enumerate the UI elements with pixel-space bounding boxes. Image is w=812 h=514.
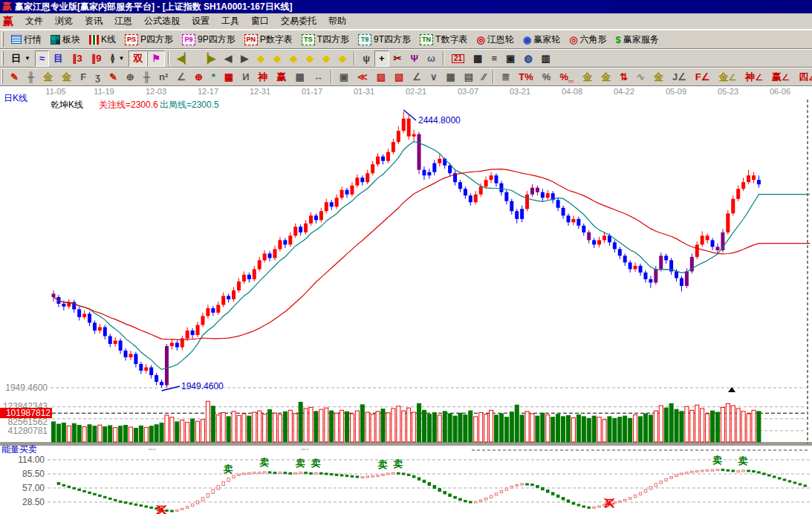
shen-tool[interactable]: 神 [254, 69, 273, 85]
grid-star-tool[interactable]: ▦ [220, 69, 238, 85]
gold-line-tool-2[interactable]: 金 [57, 69, 76, 85]
gold-angle2-tool[interactable]: 金∠ [714, 69, 741, 85]
compress-x-button[interactable]: ◆ [302, 51, 318, 67]
j-angle-tool[interactable]: J∠ [668, 69, 691, 85]
gann-wheel-button[interactable]: ◎江恩轮 [472, 31, 518, 48]
pen-tool[interactable]: ✎ [105, 69, 122, 85]
yi-tool[interactable]: И [238, 69, 253, 85]
pct-tool[interactable]: % [538, 69, 556, 85]
toolbar-grip[interactable] [1, 70, 3, 83]
four-angle-tool[interactable]: 四∠ [794, 69, 812, 85]
circle-cross-tool[interactable]: ⊕ [122, 69, 139, 85]
star-tool[interactable]: * [207, 69, 220, 85]
angle-ruler-tool[interactable]: ∠ [172, 69, 190, 85]
spiral-tool[interactable]: ʒ [91, 69, 105, 85]
sectors-button[interactable]: 板块 [46, 31, 85, 48]
winner-wheel-button[interactable]: ◉赢家轮 [519, 31, 565, 48]
brush-tool[interactable]: ✎ [6, 69, 23, 85]
f-angle-tool[interactable]: F∠ [691, 69, 715, 85]
t-table-button[interactable]: TNT数字表 [415, 31, 472, 48]
menu-item-资讯[interactable]: 资讯 [79, 14, 108, 27]
gold-line-tool-1[interactable]: 金 [39, 69, 57, 85]
expand-y-button[interactable]: ◆ [318, 51, 334, 67]
winner-service-button[interactable]: $赢家服务 [611, 31, 663, 48]
web-button[interactable]: ◍ [519, 51, 536, 67]
menu-item-公式选股[interactable]: 公式选股 [138, 14, 186, 27]
angle-fan-tool[interactable]: ∠ [408, 69, 426, 85]
toolbar-grip[interactable] [1, 32, 4, 46]
pane-label-daily-kline[interactable]: 日K线 [4, 92, 27, 105]
net-tool[interactable]: ▦ [441, 69, 459, 85]
slash-tool[interactable]: ⁄⁄ [478, 69, 490, 85]
expand-x-button[interactable]: ◆ [285, 51, 302, 67]
menu-item-窗口[interactable]: 窗口 [245, 14, 275, 27]
kline-button[interactable]: K线 [85, 31, 120, 48]
ying-tool[interactable]: 赢 [273, 69, 291, 85]
menu-item-江恩[interactable]: 江恩 [108, 14, 138, 27]
menu-item-文件[interactable]: 文件 [19, 14, 49, 27]
first-page-button[interactable]: ◀▏ [172, 51, 196, 67]
candle-style-dropdown[interactable]: ≬▼ [106, 51, 129, 67]
shift-right-button[interactable]: ◆ [269, 51, 285, 67]
net2-tool[interactable]: ▤ [460, 69, 478, 85]
hexagon-button[interactable]: ◎六角形 [565, 31, 611, 48]
crosshair-tool-button[interactable]: + [374, 51, 389, 67]
p-table-button[interactable]: PNP数字表 [240, 31, 297, 48]
next-button[interactable]: ▶ [236, 51, 253, 67]
t9-square-button[interactable]: T99T四方形 [354, 31, 415, 48]
box-tool[interactable]: ▣ [335, 69, 353, 85]
shift-left-button[interactable]: ◆ [253, 51, 269, 67]
gold-angle-tool[interactable]: 金 [649, 69, 668, 85]
kline-canvas[interactable]: 卖卖卖卖卖卖卖卖买买 [0, 86, 812, 514]
flag-button[interactable]: ⚑ [147, 51, 165, 67]
formula-brain-button[interactable]: ω [423, 51, 440, 67]
gold-circle-tool[interactable]: 金 [578, 69, 597, 85]
menu-item-交易委托[interactable]: 交易委托 [275, 14, 322, 27]
last-page-button[interactable]: ▕▶ [196, 51, 220, 67]
shen-angle-tool[interactable]: 神∠ [741, 69, 767, 85]
info-doc-button[interactable]: 目 [49, 51, 68, 67]
calendar-21-button[interactable]: 21 [447, 51, 469, 67]
target-tool[interactable]: ⊕ [190, 69, 207, 85]
gann-grid-tool[interactable]: ╫ [23, 69, 39, 85]
zigzag-icon-button[interactable]: ≈ [35, 51, 49, 67]
gann-tool-button[interactable]: Ψ [406, 51, 423, 67]
window-titlebar[interactable]: 赢 赢家江恩专业版[赢家内部服务平台] - [上证指数 SH1A0001-167… [0, 0, 812, 13]
p9-square-button[interactable]: P99P四方形 [178, 31, 240, 48]
period-dropdown[interactable]: 日▼ [7, 51, 35, 67]
notes-button[interactable]: ≡ [487, 51, 501, 67]
chart-area[interactable]: 11-0511-1912-0312-1712-3101-1701-3102-21… [0, 86, 812, 514]
ying-angle-tool[interactable]: 赢∠ [767, 69, 794, 85]
p-square-button[interactable]: PSP四方形 [120, 31, 178, 48]
f-line-tool[interactable]: F [76, 69, 91, 85]
toolbar-grip[interactable] [1, 51, 4, 65]
gold-lines-tool[interactable]: 金 [597, 69, 615, 85]
pct-line-tool[interactable]: %‗ [555, 69, 578, 85]
menu-item-工具[interactable]: 工具 [215, 14, 245, 27]
save-button[interactable]: ▣ [501, 51, 519, 67]
n2-tool[interactable]: n² [155, 69, 172, 85]
grid-pattern-tool[interactable]: ▧ [390, 69, 408, 85]
bars3-button[interactable]: ∥3 [68, 51, 87, 67]
t-pct-tool[interactable]: T% [514, 69, 538, 85]
quotes-button[interactable]: 行情 [7, 31, 46, 48]
fence-tool[interactable]: ▦ [291, 69, 309, 85]
cross-lines-tool[interactable]: ▨ [372, 69, 390, 85]
fan-lines-tool[interactable]: ≪ [353, 69, 372, 85]
cut-tool-button[interactable]: ✂ [389, 51, 406, 67]
twin-k-button[interactable]: 双 [129, 51, 147, 67]
width-tool[interactable]: ↔ [309, 69, 328, 85]
bars9-button[interactable]: ∥9 [87, 51, 106, 67]
wave-tool[interactable]: ∿ [632, 69, 649, 85]
pivot-tool[interactable]: ⇅ [615, 69, 632, 85]
compress-y-button[interactable]: ◆ [334, 51, 351, 67]
indicator-name-label[interactable]: 乾坤K线 [51, 99, 83, 111]
prev-button[interactable]: ◀ [220, 51, 236, 67]
hand-tool-button[interactable]: ψ [358, 51, 374, 67]
menu-item-浏览[interactable]: 浏览 [49, 14, 79, 27]
calculator-button[interactable]: ▦ [469, 51, 487, 67]
menu-item-帮助[interactable]: 帮助 [322, 14, 352, 27]
menu-item-设置[interactable]: 设置 [186, 14, 215, 27]
multi-line-tool[interactable]: ╫ [139, 69, 155, 85]
t-square-button[interactable]: TST四方形 [297, 31, 354, 48]
